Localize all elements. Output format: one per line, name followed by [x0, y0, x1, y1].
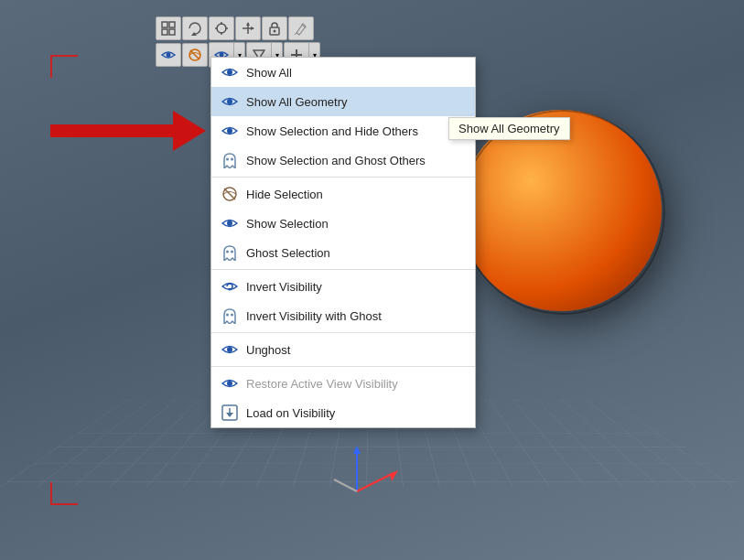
toolbar-row-1	[156, 16, 320, 40]
svg-marker-1	[353, 446, 361, 454]
svg-point-34	[231, 158, 233, 161]
3d-sphere	[460, 110, 662, 311]
svg-point-10	[217, 24, 226, 33]
arrow-head	[173, 111, 206, 151]
show-all-geometry-icon	[221, 92, 239, 111]
svg-marker-3	[390, 470, 398, 481]
separator-after-invert-visibility-ghost	[211, 332, 475, 333]
show-selection-label: Show Selection	[246, 217, 466, 231]
svg-line-4	[334, 479, 357, 491]
show-selection-icon	[221, 214, 239, 232]
tool-rotate-btn[interactable]	[182, 16, 208, 40]
svg-point-30	[227, 70, 232, 75]
svg-point-37	[227, 221, 232, 226]
load-on-visibility-label: Load on Visibility	[246, 406, 466, 420]
show-all-geometry-label: Show All Geometry	[246, 95, 466, 109]
axis-indicator	[329, 441, 403, 514]
menu-item-restore-active-view: Restore Active View Visibility	[211, 369, 475, 398]
menu-item-ghost-selection[interactable]: Ghost Selection	[211, 238, 475, 267]
tool-move-btn[interactable]	[156, 16, 181, 40]
svg-line-36	[224, 188, 235, 199]
invert-visibility-ghost-icon	[221, 307, 239, 325]
tooltip-text: Show All Geometry	[458, 122, 560, 135]
tooltip-show-all-geometry: Show All Geometry	[448, 117, 570, 140]
show-all-label: Show All	[246, 66, 466, 80]
unghost-icon	[221, 340, 239, 359]
svg-marker-17	[246, 22, 250, 26]
hide-selection-label: Hide Selection	[246, 188, 466, 201]
show-selection-ghost-icon	[221, 151, 239, 169]
menu-item-show-selection-ghost[interactable]: Show Selection and Ghost Others	[211, 145, 475, 175]
separator-after-unghost	[211, 366, 475, 367]
ghost-selection-icon	[221, 243, 239, 262]
menu-item-show-selection[interactable]: Show Selection	[211, 209, 475, 238]
separator-after-show-selection-ghost	[211, 177, 475, 178]
svg-point-39	[231, 251, 233, 253]
tool-lock-btn[interactable]	[262, 16, 287, 40]
svg-point-41	[226, 314, 229, 317]
menu-item-hide-selection[interactable]: Hide Selection	[211, 179, 475, 209]
tool-sketch-btn[interactable]	[209, 16, 234, 40]
svg-point-32	[227, 128, 232, 134]
restore-active-view-icon	[221, 374, 239, 393]
svg-point-23	[167, 53, 171, 58]
show-all-icon	[221, 63, 239, 81]
svg-marker-47	[226, 413, 233, 417]
invert-visibility-ghost-label: Invert Visibility with Ghost	[246, 309, 466, 323]
tool-pen-btn[interactable]	[288, 16, 314, 40]
show-selection-hide-icon	[221, 122, 239, 140]
svg-line-2	[357, 473, 394, 491]
svg-point-33	[226, 158, 229, 161]
menu-item-load-on-visibility[interactable]: Load on Visibility	[211, 398, 475, 427]
load-on-visibility-icon	[221, 404, 239, 422]
svg-point-38	[226, 251, 229, 253]
corner-mark-topleft	[50, 55, 78, 78]
ghost-selection-label: Ghost Selection	[246, 246, 466, 260]
menu-item-show-all[interactable]: Show All	[211, 58, 475, 87]
svg-point-31	[227, 99, 232, 104]
show-selection-hide-label: Show Selection and Hide Others	[246, 124, 466, 138]
menu-item-invert-visibility[interactable]: Invert Visibility	[211, 272, 475, 301]
invert-visibility-label: Invert Visibility	[246, 280, 466, 294]
viewport: ▾ ▾ ▾ Show Al	[0, 0, 744, 560]
menu-item-show-all-geometry[interactable]: Show All Geometry	[211, 87, 475, 116]
svg-rect-5	[162, 22, 167, 27]
svg-line-21	[295, 33, 297, 35]
svg-line-25	[190, 50, 199, 59]
separator-after-ghost-selection	[211, 269, 475, 270]
hide-selection-icon	[221, 185, 239, 203]
menu-item-unghost[interactable]: Unghost	[211, 335, 475, 364]
menu-item-invert-visibility-ghost[interactable]: Invert Visibility with Ghost	[211, 301, 475, 330]
svg-rect-7	[162, 29, 167, 35]
tool-eye-btn[interactable]	[156, 43, 181, 67]
show-selection-ghost-label: Show Selection and Ghost Others	[246, 154, 466, 167]
red-arrow	[50, 117, 206, 145]
invert-visibility-icon	[221, 277, 239, 296]
svg-rect-8	[169, 29, 175, 35]
visibility-dropdown-menu: Show AllShow All GeometryShow Selection …	[210, 57, 476, 428]
tool-hide-btn[interactable]	[182, 43, 208, 67]
menu-item-show-selection-hide[interactable]: Show Selection and Hide Others	[211, 116, 475, 145]
corner-mark-bottomleft	[50, 482, 78, 505]
svg-rect-6	[169, 22, 175, 27]
svg-point-20	[274, 30, 276, 33]
arrow-body	[50, 124, 173, 137]
restore-active-view-label: Restore Active View Visibility	[246, 377, 466, 391]
svg-point-43	[227, 347, 232, 352]
svg-marker-18	[251, 27, 254, 30]
tool-axis-btn[interactable]	[235, 16, 261, 40]
unghost-label: Unghost	[246, 343, 466, 357]
svg-point-42	[231, 314, 233, 317]
svg-point-44	[227, 381, 232, 386]
